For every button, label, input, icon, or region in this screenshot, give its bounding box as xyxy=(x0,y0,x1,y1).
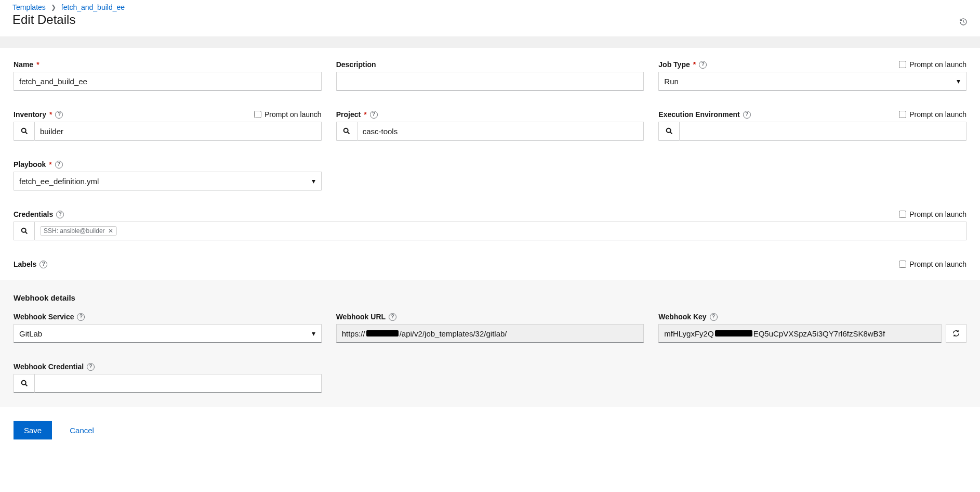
inventory-input[interactable]: builder xyxy=(34,122,322,140)
svg-point-4 xyxy=(344,128,348,133)
label-job-type: Job Type* ? xyxy=(658,60,707,69)
prompt-job-type-checkbox[interactable] xyxy=(899,61,906,68)
required-icon: * xyxy=(364,110,366,119)
description-input[interactable] xyxy=(336,72,644,90)
name-input[interactable] xyxy=(14,72,322,90)
help-icon[interactable]: ? xyxy=(55,111,63,119)
help-icon[interactable]: ? xyxy=(39,261,47,268)
prompt-job-type[interactable]: Prompt on launch xyxy=(899,60,966,69)
webhook-service-select[interactable] xyxy=(14,324,322,343)
svg-line-3 xyxy=(25,132,27,134)
credentials-input[interactable]: SSH: ansible@builder ✕ xyxy=(34,222,966,240)
exec-env-search-button[interactable] xyxy=(658,122,679,140)
svg-line-1 xyxy=(963,22,964,22)
field-playbook: Playbook* ? ▾ xyxy=(14,159,322,190)
page-title: Edit Details xyxy=(12,12,75,27)
webhook-url-input: https:// /api/v2/job_templates/32/gitlab… xyxy=(336,324,644,343)
prompt-exec-env[interactable]: Prompt on launch xyxy=(899,110,966,119)
help-icon[interactable]: ? xyxy=(389,313,396,321)
label-webhook-credential: Webhook Credential ? xyxy=(14,362,95,371)
field-labels: Labels ? Prompt on launch xyxy=(14,259,966,268)
credential-chip: SSH: ansible@builder ✕ xyxy=(40,226,117,236)
help-icon[interactable]: ? xyxy=(87,363,95,371)
webhook-credential-search-button[interactable] xyxy=(14,374,34,393)
help-icon[interactable]: ? xyxy=(77,313,85,321)
help-icon[interactable]: ? xyxy=(699,61,707,69)
svg-line-11 xyxy=(25,384,27,386)
field-webhook-credential: Webhook Credential ? xyxy=(14,361,322,393)
svg-point-6 xyxy=(666,128,670,133)
credentials-search-button[interactable] xyxy=(14,222,34,240)
label-credentials: Credentials ? xyxy=(14,210,64,218)
help-icon[interactable]: ? xyxy=(743,111,751,119)
field-description: Description xyxy=(336,59,644,90)
inventory-search-button[interactable] xyxy=(14,122,34,140)
field-webhook-url: Webhook URL ? https:// /api/v2/job_templ… xyxy=(336,312,644,343)
field-webhook-key: Webhook Key ? mfHLygxFy2Q EQ5uCpVXSpzA5i… xyxy=(658,312,966,343)
job-type-select[interactable] xyxy=(658,72,966,90)
prompt-exec-env-checkbox[interactable] xyxy=(899,111,906,118)
prompt-inventory[interactable]: Prompt on launch xyxy=(254,110,322,119)
playbook-select[interactable] xyxy=(14,172,322,190)
svg-point-8 xyxy=(21,228,25,232)
label-playbook: Playbook* ? xyxy=(14,160,63,169)
field-exec-env: Execution Environment ? Prompt on launch xyxy=(658,109,966,140)
redacted-icon xyxy=(715,330,752,336)
field-inventory: Inventory* ? Prompt on launch builder xyxy=(14,109,322,140)
project-input[interactable]: casc-tools xyxy=(357,122,644,140)
help-icon[interactable]: ? xyxy=(370,111,378,119)
section-webhook-title: Webhook details xyxy=(14,293,966,302)
save-button[interactable]: Save xyxy=(14,421,52,439)
svg-line-5 xyxy=(348,132,349,134)
exec-env-input[interactable] xyxy=(679,122,966,140)
required-icon: * xyxy=(36,60,39,69)
label-exec-env: Execution Environment ? xyxy=(658,110,750,119)
label-project: Project* ? xyxy=(336,110,378,119)
label-webhook-url: Webhook URL ? xyxy=(336,313,396,321)
field-project: Project* ? casc-tools xyxy=(336,109,644,140)
help-icon[interactable]: ? xyxy=(710,313,718,321)
cancel-button[interactable]: Cancel xyxy=(67,425,97,435)
field-job-type: Job Type* ? Prompt on launch ▾ xyxy=(658,59,966,90)
redacted-icon xyxy=(366,330,399,336)
label-labels: Labels ? xyxy=(14,260,47,268)
prompt-inventory-checkbox[interactable] xyxy=(254,111,261,118)
webhook-key-input: mfHLygxFy2Q EQ5uCpVXSpzA5i3QY7rl6fzSK8wB… xyxy=(658,324,942,343)
label-webhook-key: Webhook Key ? xyxy=(658,313,717,321)
label-webhook-service: Webhook Service ? xyxy=(14,313,85,321)
history-icon[interactable] xyxy=(959,18,968,28)
breadcrumb: Templates ❯ fetch_and_build_ee xyxy=(12,3,968,11)
prompt-labels[interactable]: Prompt on launch xyxy=(899,260,966,268)
required-icon: * xyxy=(693,60,696,69)
field-webhook-service: Webhook Service ? ▾ xyxy=(14,312,322,343)
prompt-credentials[interactable]: Prompt on launch xyxy=(899,210,966,218)
required-icon: * xyxy=(49,110,52,119)
breadcrumb-templates[interactable]: Templates xyxy=(12,3,46,11)
label-name: Name* xyxy=(14,60,39,69)
help-icon[interactable]: ? xyxy=(56,211,64,218)
svg-point-2 xyxy=(21,128,25,133)
svg-line-9 xyxy=(25,232,27,234)
label-inventory: Inventory* ? xyxy=(14,110,63,119)
prompt-labels-checkbox[interactable] xyxy=(899,261,906,268)
chip-remove-icon[interactable]: ✕ xyxy=(108,227,113,235)
webhook-credential-input[interactable] xyxy=(34,374,322,393)
webhook-key-refresh-button[interactable] xyxy=(946,324,966,343)
prompt-credentials-checkbox[interactable] xyxy=(899,211,906,218)
svg-line-7 xyxy=(670,132,672,134)
project-search-button[interactable] xyxy=(336,122,357,140)
field-credentials: Credentials ? Prompt on launch SSH: ans xyxy=(14,209,966,240)
label-description: Description xyxy=(336,60,376,69)
required-icon: * xyxy=(49,160,51,169)
help-icon[interactable]: ? xyxy=(55,161,63,169)
field-name: Name* xyxy=(14,59,322,90)
breadcrumb-current[interactable]: fetch_and_build_ee xyxy=(61,3,125,11)
svg-point-10 xyxy=(21,381,25,385)
chevron-right-icon: ❯ xyxy=(51,4,56,11)
